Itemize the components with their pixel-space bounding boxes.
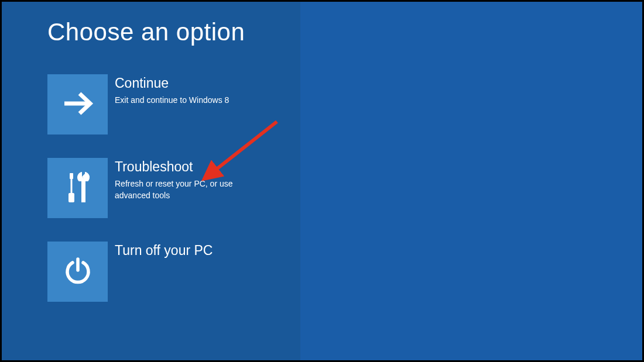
option-title-turn-off: Turn off your PC	[115, 243, 213, 258]
option-text-troubleshoot: Troubleshoot Refresh or reset your PC, o…	[108, 158, 255, 201]
option-text-continue: Continue Exit and continue to Windows 8	[108, 74, 229, 106]
option-turn-off[interactable]: Turn off your PC	[47, 242, 293, 302]
svg-rect-2	[70, 179, 72, 193]
option-continue[interactable]: Continue Exit and continue to Windows 8	[47, 74, 293, 135]
power-icon	[63, 256, 93, 288]
option-desc-continue: Exit and continue to Windows 8	[115, 95, 229, 106]
page-title: Choose an option	[47, 18, 300, 46]
option-title-troubleshoot: Troubleshoot	[115, 159, 255, 175]
options-panel: Choose an option Continue Exit and conti…	[2, 2, 300, 360]
option-text-turn-off: Turn off your PC	[108, 242, 213, 262]
option-troubleshoot[interactable]: Troubleshoot Refresh or reset your PC, o…	[47, 158, 293, 218]
svg-rect-3	[68, 193, 74, 202]
option-title-continue: Continue	[115, 75, 229, 91]
option-tile-continue	[47, 74, 108, 135]
arrow-right-icon	[60, 85, 96, 124]
svg-rect-1	[70, 173, 73, 179]
option-tile-troubleshoot	[47, 158, 108, 218]
recovery-screen: Choose an option Continue Exit and conti…	[2, 2, 642, 360]
option-desc-troubleshoot: Refresh or reset your PC, or use advance…	[115, 178, 255, 201]
tools-icon	[62, 170, 94, 207]
option-tile-turn-off	[47, 242, 108, 302]
